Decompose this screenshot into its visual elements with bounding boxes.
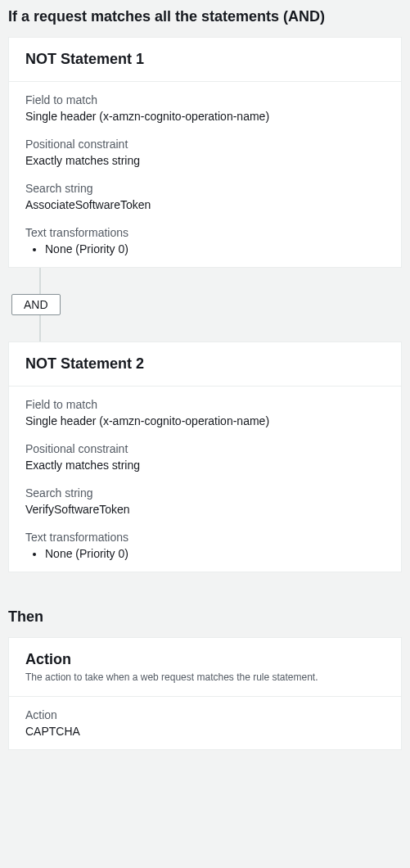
transformation-item: None (Priority 0) <box>45 242 385 255</box>
action-card: Action The action to take when a web req… <box>8 637 402 750</box>
text-transformations-label: Text transformations <box>25 531 385 544</box>
search-string-value: AssociateSoftwareToken <box>25 198 385 211</box>
action-subtitle: The action to take when a web request ma… <box>25 671 385 683</box>
action-field-value: CAPTCHA <box>25 725 385 738</box>
action-title: Action <box>25 651 385 668</box>
and-badge: AND <box>11 294 61 315</box>
field-to-match-value: Single header (x-amzn-cognito-operation-… <box>25 110 385 123</box>
if-heading: If a request matches all the statements … <box>8 8 402 25</box>
search-string-value: VerifySoftwareToken <box>25 503 385 516</box>
field-to-match-label: Field to match <box>25 398 385 411</box>
field-to-match-value: Single header (x-amzn-cognito-operation-… <box>25 414 385 427</box>
positional-constraint-label: Positional constraint <box>25 442 385 455</box>
and-connector: AND <box>8 268 402 341</box>
statement-title: NOT Statement 1 <box>25 51 385 68</box>
statement-card-2: NOT Statement 2 Field to match Single he… <box>8 341 402 572</box>
transformation-item: None (Priority 0) <box>45 547 385 560</box>
positional-constraint-value: Exactly matches string <box>25 459 385 472</box>
action-field-label: Action <box>25 708 385 721</box>
statement-title: NOT Statement 2 <box>25 355 385 373</box>
text-transformations-label: Text transformations <box>25 226 385 239</box>
then-heading: Then <box>8 608 402 626</box>
positional-constraint-value: Exactly matches string <box>25 154 385 167</box>
search-string-label: Search string <box>25 486 385 500</box>
search-string-label: Search string <box>25 182 385 195</box>
field-to-match-label: Field to match <box>25 93 385 106</box>
positional-constraint-label: Positional constraint <box>25 138 385 151</box>
statement-card-1: NOT Statement 1 Field to match Single he… <box>8 37 402 268</box>
